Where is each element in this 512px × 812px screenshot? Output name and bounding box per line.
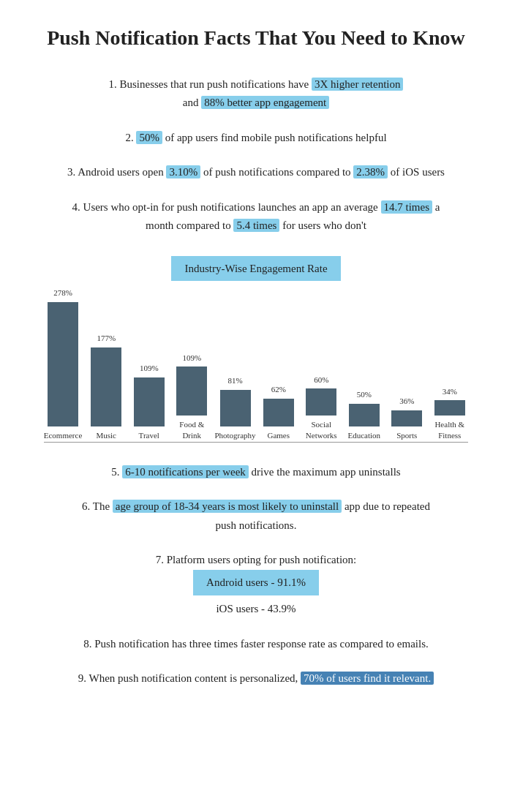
android-highlight: Android users - 91.1%: [193, 570, 319, 596]
bar-group: 36%Sports: [388, 395, 426, 440]
bar-group: 278%Ecommerce: [44, 287, 82, 440]
fact-5: 5. 6-10 notifications per week drive the…: [44, 463, 468, 482]
bar-label: Ecommerce: [44, 430, 83, 440]
bar-value-label: 81%: [227, 375, 242, 388]
fact-3-text: 3. Android users open 3.10% of push noti…: [67, 165, 445, 178]
chart-title: Industry-Wise Engagement Rate: [171, 256, 340, 281]
highlight-50: 50%: [136, 131, 162, 144]
page-title: Push Notification Facts That You Need to…: [44, 22, 468, 55]
highlight-610: 6-10 notifications per week: [122, 465, 249, 478]
fact-7: 7. Platform users opting for push notifi…: [44, 551, 468, 619]
bar-value-label: 109%: [140, 362, 159, 375]
fact-1-text: 1. Businesses that run push notification…: [109, 78, 404, 110]
bar-value-label: 60%: [314, 374, 328, 387]
highlight-88: 88% better app engagement: [201, 96, 329, 109]
bar-label: Social Networks: [303, 419, 340, 440]
bar-rect: [263, 399, 294, 426]
highlight-age: age group of 18-34 years is most likely …: [113, 500, 342, 513]
fact-5-text: 5. 6-10 notifications per week drive the…: [111, 465, 400, 478]
bar-group: 50%Education: [346, 388, 383, 440]
bar-rect: [349, 404, 380, 426]
fact-6: 6. The age group of 18-34 years is most …: [44, 497, 468, 535]
bar-rect: [48, 302, 78, 426]
fact-6-text: 6. The age group of 18-34 years is most …: [82, 500, 430, 531]
fact-9: 9. When push notification content is per…: [44, 669, 468, 688]
bar-value-label: 278%: [53, 287, 72, 300]
highlight-238: 2.38%: [353, 165, 388, 178]
bar-group: 62%Games: [260, 383, 298, 440]
ios-label: iOS users - 43.9%: [216, 603, 295, 614]
highlight-310: 3.10%: [166, 165, 200, 178]
bar-rect: [391, 410, 422, 426]
highlight-70: 70% of users find it relevant.: [301, 672, 434, 685]
bar-label: Health & Fitness: [432, 419, 469, 440]
bar-rect: [176, 366, 207, 416]
bar-value-label: 34%: [443, 386, 457, 399]
bar-label: Music: [97, 430, 117, 440]
bar-value-label: 109%: [182, 352, 201, 365]
fact-8-text: 8. Push notification has three times fas…: [83, 638, 429, 650]
bar-rect: [91, 347, 121, 426]
fact-1: 1. Businesses that run push notification…: [44, 75, 468, 113]
fact-9-text: 9. When push notification content is per…: [78, 672, 434, 685]
bar-value-label: 36%: [399, 395, 414, 408]
chart-section: Industry-Wise Engagement Rate 278%Ecomme…: [44, 256, 468, 443]
fact-3: 3. Android users open 3.10% of push noti…: [44, 163, 468, 182]
bar-group: 109%Food & Drink: [173, 352, 211, 440]
bar-group: 177%Music: [88, 332, 125, 440]
fact-4: 4. Users who opt-in for push notificatio…: [44, 198, 468, 236]
fact-4-text: 4. Users who opt-in for push notificatio…: [72, 200, 440, 233]
bar-chart: 278%Ecommerce177%Music109%Travel109%Food…: [44, 294, 468, 440]
x-axis: [44, 442, 468, 443]
bar-group: 60%Social Networks: [303, 374, 340, 440]
highlight-3x: 3X higher retention: [312, 78, 403, 91]
bar-value-label: 62%: [271, 383, 286, 396]
bar-group: 109%Travel: [131, 362, 168, 440]
bar-label: Sports: [396, 430, 417, 440]
bar-label: Education: [347, 430, 380, 440]
fact-2: 2. 50% of app users find mobile push not…: [44, 129, 468, 148]
fact-7-text: 7. Platform users opting for push notifi…: [156, 554, 357, 565]
bar-rect: [306, 388, 336, 416]
bar-label: Travel: [139, 430, 159, 440]
bar-rect: [434, 400, 465, 416]
bar-group: 81%Photography: [217, 375, 255, 440]
bar-label: Photography: [214, 430, 255, 440]
bar-value-label: 50%: [357, 388, 372, 402]
bar-group: 34%Health & Fitness: [432, 386, 469, 440]
bar-label: Games: [267, 430, 290, 440]
fact-2-text: 2. 50% of app users find mobile push not…: [125, 131, 386, 144]
bar-rect: [220, 390, 251, 426]
bar-rect: [134, 377, 165, 426]
bar-value-label: 177%: [97, 332, 116, 345]
bar-label: Food & Drink: [173, 419, 211, 440]
highlight-147: 14.7 times: [381, 200, 433, 214]
highlight-54: 5.4 times: [233, 219, 279, 232]
fact-8: 8. Push notification has three times fas…: [44, 635, 468, 654]
